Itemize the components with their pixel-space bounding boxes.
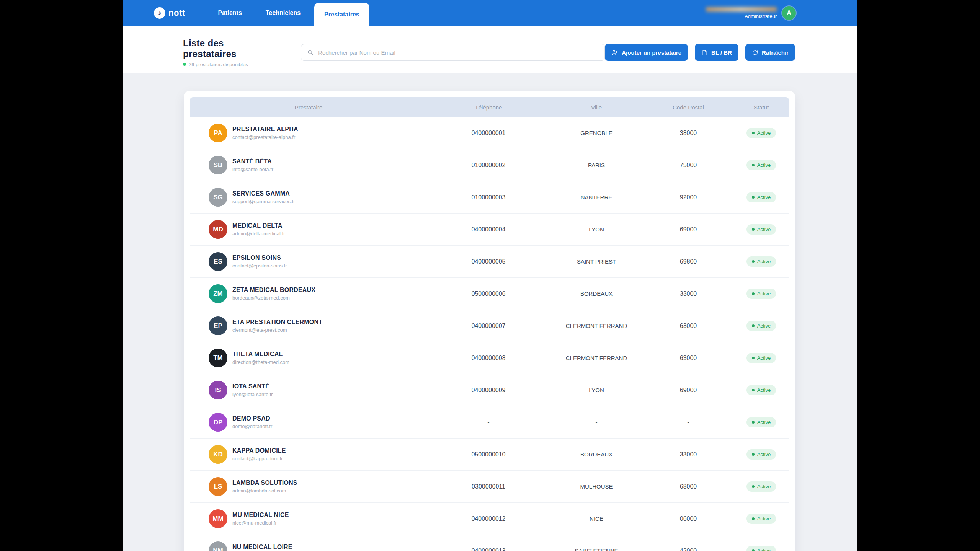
- bl-br-button[interactable]: BL / BR: [695, 44, 738, 61]
- table-row[interactable]: PA PRESTATAIRE ALPHA contact@prestataire…: [190, 117, 789, 149]
- table-row[interactable]: SG SERVICES GAMMA support@gamma-services…: [190, 181, 789, 214]
- name-block: IOTA SANTÉ lyon@iota-sante.fr: [232, 383, 273, 397]
- status-badge-text: Active: [757, 355, 771, 361]
- table-row[interactable]: ES EPSILON SOINS contact@epsilon-soins.f…: [190, 246, 789, 278]
- provider-zip: -: [643, 419, 733, 426]
- status-badge: Active: [746, 160, 776, 170]
- status-dot-icon: [752, 324, 755, 327]
- provider-cell: TM THETA MEDICAL direction@theta-med.com: [190, 349, 427, 367]
- name-block: KAPPA DOMICILE contact@kappa-dom.fr: [232, 447, 286, 461]
- name-block: MU MEDICAL NICE nice@mu-medical.fr: [232, 512, 289, 526]
- name-block: SANTÉ BÊTA info@sante-beta.fr: [232, 158, 273, 172]
- search-box: [301, 44, 605, 61]
- name-block: THETA MEDICAL direction@theta-med.com: [232, 351, 289, 365]
- tab-patients[interactable]: Patients: [208, 0, 252, 26]
- provider-phone: 0300000011: [427, 483, 550, 490]
- status-dot-icon: [752, 421, 755, 424]
- status-badge: Active: [746, 321, 776, 331]
- column-header-prestataire: Prestataire: [190, 104, 427, 111]
- table-row[interactable]: EP ETA PRESTATION CLERMONT clermont@eta-…: [190, 310, 789, 342]
- provider-count: 29 prestataires disponibles: [183, 62, 276, 67]
- table-header: Prestataire Téléphone Ville Code Postal …: [190, 97, 789, 117]
- provider-zip: 92000: [643, 194, 733, 201]
- status-badge: Active: [746, 353, 776, 363]
- provider-email: nice@mu-medical.fr: [232, 520, 289, 526]
- count-text: 29 prestataires disponibles: [189, 62, 248, 67]
- provider-city: LYON: [550, 387, 643, 393]
- status-dot-icon: [752, 260, 755, 263]
- table-row[interactable]: LS LAMBDA SOLUTIONS admin@lambda-sol.com…: [190, 471, 789, 503]
- table-row[interactable]: NM NU MEDICAL LOIRE loire@nu-medical.fr …: [190, 535, 789, 551]
- avatar: MM: [209, 509, 227, 528]
- add-provider-button[interactable]: Ajouter un prestataire: [605, 44, 688, 61]
- status-badge-text: Active: [757, 452, 771, 457]
- status-badge-text: Active: [757, 259, 771, 264]
- tab-techniciens[interactable]: Techniciens: [256, 0, 310, 26]
- tab-prestataires[interactable]: Prestataires: [314, 3, 369, 26]
- document-icon: [701, 49, 708, 56]
- status-dot-icon: [752, 132, 755, 134]
- provider-name: SANTÉ BÊTA: [232, 158, 273, 165]
- provider-email: admin@lambda-sol.com: [232, 488, 297, 494]
- column-header-telephone: Téléphone: [427, 104, 550, 111]
- status-badge: Active: [746, 128, 776, 138]
- provider-city: BORDEAUX: [550, 451, 643, 458]
- status-cell: Active: [733, 514, 789, 524]
- status-cell: Active: [733, 224, 789, 235]
- provider-cell: KD KAPPA DOMICILE contact@kappa-dom.fr: [190, 445, 427, 464]
- provider-zip: 63000: [643, 323, 733, 329]
- provider-city: MULHOUSE: [550, 483, 643, 490]
- table-row[interactable]: SB SANTÉ BÊTA info@sante-beta.fr 0100000…: [190, 149, 789, 181]
- provider-email: contact@epsilon-soins.fr: [232, 263, 287, 269]
- status-cell: Active: [733, 289, 789, 299]
- provider-email: bordeaux@zeta-med.com: [232, 295, 315, 301]
- search-input[interactable]: [301, 44, 605, 61]
- name-block: EPSILON SOINS contact@epsilon-soins.fr: [232, 254, 287, 269]
- avatar: LS: [209, 477, 227, 496]
- provider-phone: 0400000004: [427, 226, 550, 233]
- name-block: PRESTATAIRE ALPHA contact@prestataire-al…: [232, 126, 298, 140]
- table-row[interactable]: ZM ZETA MEDICAL BORDEAUX bordeaux@zeta-m…: [190, 278, 789, 310]
- action-buttons: Ajouter un prestataire BL / BR Rafraîchi…: [605, 44, 795, 61]
- status-cell: Active: [733, 160, 789, 170]
- provider-name: IOTA SANTÉ: [232, 383, 273, 390]
- avatar: DP: [209, 413, 227, 432]
- name-block: ZETA MEDICAL BORDEAUX bordeaux@zeta-med.…: [232, 287, 315, 301]
- provider-email: contact@kappa-dom.fr: [232, 456, 286, 461]
- status-dot-icon: [752, 292, 755, 295]
- name-block: MEDICAL DELTA admin@delta-medical.fr: [232, 222, 285, 236]
- user-role: Administrateur: [745, 13, 777, 19]
- user-avatar[interactable]: A: [782, 6, 796, 20]
- table-row[interactable]: MM MU MEDICAL NICE nice@mu-medical.fr 04…: [190, 503, 789, 535]
- table-row[interactable]: MD MEDICAL DELTA admin@delta-medical.fr …: [190, 214, 789, 246]
- table-row[interactable]: TM THETA MEDICAL direction@theta-med.com…: [190, 342, 789, 374]
- column-header-ville: Ville: [550, 104, 643, 111]
- provider-name: MEDICAL DELTA: [232, 222, 285, 229]
- provider-phone: 0400000001: [427, 130, 550, 137]
- status-badge-text: Active: [757, 130, 771, 136]
- status-dot-icon: [752, 485, 755, 488]
- table-row[interactable]: KD KAPPA DOMICILE contact@kappa-dom.fr 0…: [190, 439, 789, 471]
- avatar: ZM: [209, 284, 227, 303]
- column-header-code-postal: Code Postal: [643, 104, 733, 111]
- status-badge: Active: [746, 481, 776, 492]
- status-badge: Active: [746, 385, 776, 395]
- status-cell: Active: [733, 481, 789, 492]
- provider-name: EPSILON SOINS: [232, 254, 287, 261]
- status-badge-text: Active: [757, 291, 771, 297]
- table-row[interactable]: IS IOTA SANTÉ lyon@iota-sante.fr 0400000…: [190, 374, 789, 406]
- status-cell: Active: [733, 321, 789, 331]
- provider-zip: 69800: [643, 258, 733, 265]
- status-dot-icon: [752, 196, 755, 199]
- status-cell: Active: [733, 192, 789, 202]
- refresh-button[interactable]: Rafraîchir: [745, 44, 795, 61]
- table-row[interactable]: DP DEMO PSAD demo@datanott.fr - - - Acti…: [190, 406, 789, 439]
- provider-cell: IS IOTA SANTÉ lyon@iota-sante.fr: [190, 381, 427, 399]
- provider-cell: EP ETA PRESTATION CLERMONT clermont@eta-…: [190, 316, 427, 335]
- provider-phone: 0100000003: [427, 194, 550, 201]
- add-provider-label: Ajouter un prestataire: [622, 49, 681, 56]
- provider-name: ZETA MEDICAL BORDEAUX: [232, 287, 315, 293]
- brand-logo[interactable]: ♪ nott: [154, 7, 185, 19]
- provider-email: contact@prestataire-alpha.fr: [232, 134, 298, 140]
- status-cell: Active: [733, 449, 789, 460]
